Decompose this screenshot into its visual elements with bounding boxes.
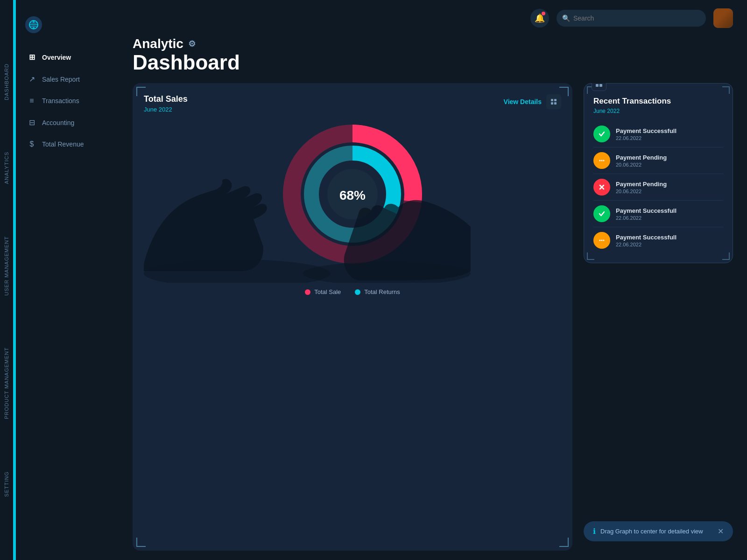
transactions-title: Recent Transactions	[593, 97, 723, 106]
transaction-item-5: Payment Successfull 22.06.2022	[593, 227, 723, 253]
chart-card: Total Sales June 2022 View Details	[133, 83, 572, 551]
notification-badge	[542, 12, 545, 15]
sidebar: ⊞ Overview ↗ Sales Report ≡ Transactions…	[16, 0, 119, 560]
svg-rect-5	[554, 102, 557, 105]
sales-report-icon: ↗	[27, 75, 36, 84]
view-details-button[interactable]: View Details	[504, 98, 542, 105]
sidebar-item-label-accounting: Accounting	[42, 119, 74, 126]
logo-area	[16, 9, 119, 47]
svg-point-24	[601, 240, 603, 241]
tx-icon-1	[593, 126, 610, 142]
donut-chart-wrapper: 68%	[144, 105, 561, 283]
page-title-area: Analytic ⚙ Dashboard	[119, 36, 747, 83]
search-input[interactable]	[557, 10, 706, 27]
sidebar-item-accounting[interactable]: ⊟ Accounting	[21, 112, 114, 133]
tx-bracket-bl	[587, 252, 594, 260]
svg-rect-4	[551, 102, 553, 105]
sidebar-section-labels: Dashboard Analytics User Management Prod…	[0, 0, 13, 560]
sidebar-item-overview[interactable]: ⊞ Overview	[21, 47, 114, 67]
app-logo	[25, 16, 42, 33]
tx-title-4: Payment Successfull	[616, 207, 723, 214]
info-toast: ℹ Drag Graph to center for detailed view…	[584, 521, 733, 541]
svg-rect-2	[551, 99, 553, 101]
bracket-tr	[559, 87, 569, 96]
avatar[interactable]	[713, 8, 733, 28]
chart-title: Total Sales	[144, 94, 188, 104]
svg-text:68%: 68%	[339, 188, 366, 203]
legend-total-sale: Total Sale	[305, 288, 341, 295]
accounting-icon: ⊟	[27, 118, 36, 127]
avatar-image	[713, 8, 733, 28]
legend-total-returns: Total Returns	[355, 288, 400, 295]
transactions-card: Recent Transactions June 2022 Payment Su…	[584, 83, 733, 263]
section-label-dashboard: Dashboard	[4, 63, 9, 100]
tx-icon-2	[593, 152, 610, 169]
tx-date-4: 22.06.2022	[616, 215, 723, 221]
tx-info-2: Payment Pending 20.06.2022	[616, 154, 723, 168]
tx-date-3: 20.06.2022	[616, 189, 723, 194]
toast-close-button[interactable]: ✕	[718, 527, 724, 536]
tx-title-5: Payment Successfull	[616, 234, 723, 241]
chart-section: Total Sales June 2022 View Details	[133, 83, 572, 551]
svg-point-20	[599, 160, 601, 161]
tx-title-1: Payment Successfull	[616, 127, 723, 134]
tx-icon-3	[593, 179, 610, 196]
tx-bracket-br	[722, 252, 730, 260]
svg-point-25	[603, 240, 605, 241]
svg-point-21	[601, 160, 603, 161]
bracket-tl	[136, 87, 146, 96]
transaction-item-2: Payment Pending 20.06.2022	[593, 147, 723, 174]
legend-label-sale: Total Sale	[314, 288, 341, 295]
page-title-analytic: Analytic	[133, 36, 183, 51]
search-icon: 🔍	[562, 14, 570, 22]
svg-point-23	[599, 240, 601, 241]
svg-rect-18	[596, 84, 599, 87]
right-panel: Recent Transactions June 2022 Payment Su…	[584, 83, 733, 551]
transaction-item-4: Payment Successfull 22.06.2022	[593, 201, 723, 227]
tx-date-2: 20.06.2022	[616, 162, 723, 168]
settings-gear-icon[interactable]: ⚙	[188, 39, 196, 49]
svg-rect-19	[599, 84, 602, 87]
toast-message: Drag Graph to center for detailed view	[600, 528, 703, 535]
tx-date-5: 22.06.2022	[616, 242, 723, 247]
section-label-setting: Setting	[4, 471, 9, 497]
header: 🔔 🔍	[119, 0, 747, 36]
tx-title-2: Payment Pending	[616, 154, 723, 161]
transaction-item-1: Payment Successfull 22.06.2022	[593, 121, 723, 147]
sidebar-item-label-revenue: Total Revenue	[42, 140, 84, 148]
overview-icon: ⊞	[27, 53, 36, 62]
transaction-item-3: Payment Pending 20.06.2022	[593, 174, 723, 201]
svg-point-22	[603, 160, 605, 161]
sidebar-item-transactions[interactable]: ≡ Transactions	[21, 91, 114, 111]
tx-icon-4	[593, 205, 610, 222]
grid-icon	[592, 83, 606, 91]
sidebar-item-total-revenue[interactable]: $ Total Revenue	[21, 134, 114, 154]
legend-dot-returns	[355, 289, 360, 295]
info-icon: ℹ	[593, 527, 596, 536]
main-content: 🔔 🔍 Analytic ⚙ Dashboard	[119, 0, 747, 560]
content-area: Total Sales June 2022 View Details	[119, 83, 747, 560]
section-label-analytics: Analytics	[4, 152, 9, 184]
bracket-br	[559, 538, 569, 547]
tx-icon-5	[593, 232, 610, 249]
revenue-icon: $	[27, 140, 36, 148]
svg-rect-3	[554, 99, 557, 101]
tx-date-1: 22.06.2022	[616, 135, 723, 141]
sidebar-nav: ⊞ Overview ↗ Sales Report ≡ Transactions…	[16, 47, 119, 551]
tx-bracket-tr	[722, 86, 730, 94]
search-wrapper: 🔍	[557, 10, 706, 27]
bracket-bl	[136, 538, 146, 547]
sidebar-item-label-overview: Overview	[42, 54, 71, 61]
tx-title-3: Payment Pending	[616, 181, 723, 188]
tx-info-3: Payment Pending 20.06.2022	[616, 181, 723, 194]
notification-bell-button[interactable]: 🔔	[530, 9, 549, 28]
sidebar-item-label-sales: Sales Report	[42, 76, 80, 83]
section-label-product-management: Product Management	[4, 347, 9, 419]
sidebar-item-sales-report[interactable]: ↗ Sales Report	[21, 69, 114, 89]
page-title-main: Dashboard	[133, 51, 733, 74]
chart-legend: Total Sale Total Returns	[144, 283, 561, 297]
sidebar-item-label-transactions: Transactions	[42, 97, 79, 105]
legend-dot-sale	[305, 289, 310, 295]
section-label-user-management: User Management	[4, 236, 9, 295]
tx-info-1: Payment Successfull 22.06.2022	[616, 127, 723, 141]
